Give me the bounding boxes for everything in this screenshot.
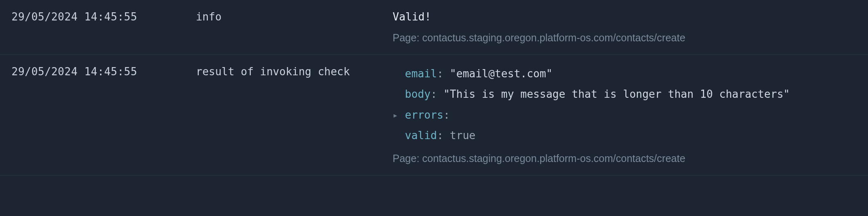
log-message-area: email: "email@test.com" body: "This is m… <box>393 65 857 164</box>
log-row: 29/05/2024 14:45:55 result of invoking c… <box>0 55 868 176</box>
log-timestamp: 29/05/2024 14:45:55 <box>11 11 192 44</box>
log-page-line: Page: contactus.staging.oregon.platform-… <box>393 153 857 164</box>
log-object-line: email: "email@test.com" <box>393 65 857 82</box>
log-tag: result of invoking check <box>196 65 389 164</box>
log-page-line: Page: contactus.staging.oregon.platform-… <box>393 32 857 44</box>
log-page-url: contactus.staging.oregon.platform-os.com… <box>422 32 685 43</box>
log-message-area: Valid! Page: contactus.staging.oregon.pl… <box>393 11 857 44</box>
log-row: 29/05/2024 14:45:55 info Valid! Page: co… <box>0 0 868 55</box>
log-object-line: body: "This is my message that is longer… <box>393 86 857 102</box>
expand-caret-icon[interactable]: ▸ <box>393 108 405 122</box>
obj-val-email: "email@test.com" <box>450 65 552 82</box>
log-object-line: valid: true <box>393 127 857 144</box>
log-page-url: contactus.staging.oregon.platform-os.com… <box>422 153 685 164</box>
log-page-label: Page: <box>393 153 419 164</box>
log-page-label: Page: <box>393 32 419 43</box>
log-object-line[interactable]: ▸ errors: <box>393 107 857 123</box>
obj-key-errors: errors <box>405 107 443 123</box>
obj-key-body: body <box>405 86 431 102</box>
obj-val-valid: true <box>450 127 476 144</box>
obj-key-valid: valid <box>405 127 437 144</box>
log-object: email: "email@test.com" body: "This is m… <box>393 65 857 144</box>
log-timestamp: 29/05/2024 14:45:55 <box>11 65 192 164</box>
log-tag: info <box>196 11 389 44</box>
log-message-title: Valid! <box>393 11 857 23</box>
obj-key-email: email <box>405 65 437 82</box>
obj-val-body: "This is my message that is longer than … <box>443 86 790 102</box>
